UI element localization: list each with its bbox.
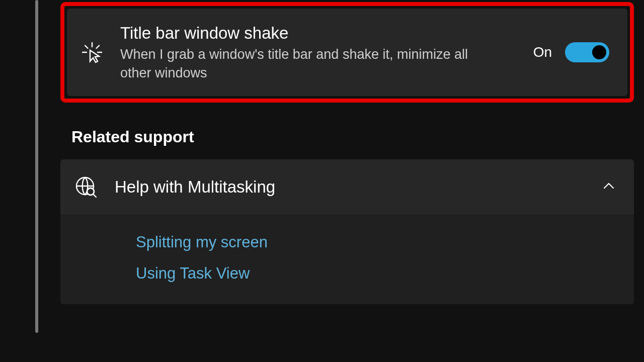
globe-search-icon: [74, 175, 98, 199]
title-bar-shake-setting[interactable]: Title bar window shake When I grab a win…: [67, 9, 627, 96]
toggle-group: On: [533, 42, 609, 62]
svg-line-8: [93, 194, 96, 197]
related-support-heading: Related support: [71, 128, 634, 146]
setting-description: When I grab a window's title bar and sha…: [120, 45, 472, 82]
chevron-up-icon: [602, 179, 616, 195]
svg-line-2: [97, 46, 100, 49]
highlight-annotation: Title bar window shake When I grab a win…: [60, 2, 634, 103]
link-splitting-screen[interactable]: Splitting my screen: [136, 232, 616, 252]
setting-text: Title bar window shake When I grab a win…: [120, 23, 516, 82]
scrollbar[interactable]: [35, 0, 38, 333]
toggle-knob: [592, 45, 606, 59]
svg-line-1: [85, 46, 88, 49]
link-using-task-view[interactable]: Using Task View: [136, 263, 616, 284]
help-multitasking-title: Help with Multitasking: [115, 177, 585, 197]
cursor-click-icon: [81, 41, 103, 63]
title-bar-shake-toggle[interactable]: [565, 42, 609, 62]
help-multitasking-body: Splitting my screen Using Task View: [60, 215, 634, 304]
related-support-card: Help with Multitasking Splitting my scre…: [60, 159, 634, 304]
settings-content: Title bar window shake When I grab a win…: [60, 2, 634, 304]
help-multitasking-header[interactable]: Help with Multitasking: [60, 159, 634, 215]
setting-title: Title bar window shake: [120, 23, 516, 43]
toggle-state-label: On: [533, 44, 552, 60]
